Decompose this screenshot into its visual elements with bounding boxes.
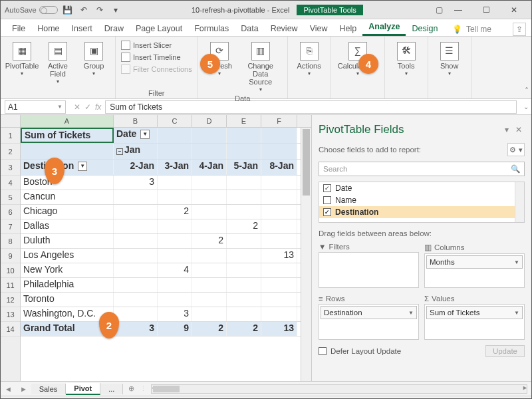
active-field-button[interactable]: ▤Active Field▾ [42,39,74,85]
row-header[interactable]: 11 [1,278,20,293]
fx-icon[interactable]: fx [95,102,101,112]
insert-slicer-button[interactable]: Insert Slicer [121,39,172,51]
filters-area[interactable]: ▼Filters [319,241,419,288]
fields-gear-icon[interactable]: ⚙ ▾ [507,143,525,156]
values-area[interactable]: ΣValues Sum of Tickets▼ [424,293,525,340]
row-header[interactable]: 5 [1,190,20,205]
show-button[interactable]: ☰Show▾ [434,39,466,77]
cancel-icon[interactable]: ✕ [74,102,80,112]
tab-home[interactable]: Home [31,21,65,36]
col-header-f[interactable]: F [261,115,297,127]
sheet-nav-prev-icon[interactable]: ◄ [1,385,16,393]
tab-insert[interactable]: Insert [66,21,98,36]
tab-help[interactable]: Help [334,21,363,36]
drag-areas-label: Drag fields between areas below: [319,223,525,241]
tools-button[interactable]: 🛠Tools▾ [390,39,422,77]
values-chip[interactable]: Sum of Tickets▼ [426,306,523,319]
status-bar: Ready − + 100% [1,396,531,399]
save-icon[interactable]: 💾 [62,4,74,16]
autosave-label: AutoSave [5,6,37,14]
row-header[interactable]: 12 [1,293,20,307]
rows-area[interactable]: ≡Rows Destination▼ [319,293,419,340]
field-list-scrollbar[interactable] [515,182,524,222]
change-data-source-button[interactable]: ▥Change Data Source▾ [239,39,282,93]
toggle-off-icon[interactable] [39,6,58,14]
qat-dropdown-icon[interactable]: ▾ [110,4,122,16]
undo-icon[interactable]: ↶ [78,4,90,16]
columns-chip[interactable]: Months▼ [426,255,523,269]
row-header[interactable]: 6 [1,205,20,219]
field-checkbox[interactable]: ✓ [323,208,331,216]
field-checkbox[interactable] [323,196,331,204]
col-header-c[interactable]: C [158,115,192,127]
pivottable-button[interactable]: ▦PivotTable▾ [6,39,38,77]
insert-timeline-button[interactable]: Insert Timeline [121,51,181,63]
new-sheet-icon[interactable]: ⊕ [123,384,140,393]
minimize-button[interactable]: ― [445,2,471,18]
row-header[interactable]: 13 [1,307,20,322]
enter-icon[interactable]: ✓ [84,102,91,112]
name-box[interactable]: A1▼ [5,100,66,114]
field-item[interactable]: Name [319,194,524,206]
collapse-ribbon-icon[interactable]: ˄ [525,86,529,96]
tab-formulas[interactable]: Formulas [188,21,235,36]
autosave-toggle[interactable]: AutoSave [5,6,58,14]
row-header[interactable]: 9 [1,249,20,263]
row-header[interactable]: 14 [1,322,20,336]
maximize-button[interactable]: ☐ [473,2,499,18]
sheet-tab-more[interactable]: ... [100,384,123,394]
tab-draw[interactable]: Draw [98,21,130,36]
select-all-corner[interactable] [1,115,21,127]
row-header[interactable]: 4 [1,176,20,190]
fields-dropdown-icon[interactable]: ▾ [501,125,513,134]
pivottable-icon: ▦ [13,42,31,61]
col-header-a[interactable]: A [21,115,114,127]
ribbon-tabs: File Home Insert Draw Page Layout Formul… [1,19,531,37]
fields-search-input[interactable]: Search🔍 [319,162,525,176]
close-button[interactable]: ✕ [501,2,527,18]
tell-me[interactable]: Tell me [466,25,491,34]
rows-chip[interactable]: Destination▼ [321,306,417,319]
actions-icon: ⎘ [300,42,319,61]
col-header-d[interactable]: D [192,115,227,127]
sheet-tab-sales[interactable]: Sales [31,384,66,394]
row-header[interactable]: 2 [1,144,20,160]
formula-expand-icon[interactable]: ⌄ [521,103,531,110]
tell-me-icon[interactable]: 💡 [452,25,462,34]
tab-review[interactable]: Review [265,21,304,36]
group-button[interactable]: ▣Group▾ [78,39,110,77]
tab-analyze[interactable]: Analyze [362,19,406,36]
defer-checkbox[interactable] [319,347,327,355]
row-header[interactable]: 7 [1,219,20,234]
rows-icon: ≡ [319,295,323,303]
field-checkbox[interactable]: ✓ [323,184,331,192]
tab-page-layout[interactable]: Page Layout [130,21,188,36]
timeline-icon [121,53,130,62]
actions-button[interactable]: ⎘Actions▾ [293,39,325,77]
row-header[interactable]: 10 [1,263,20,278]
sheet-tab-pivot[interactable]: Pivot [66,383,100,395]
share-icon[interactable]: ⇪ [513,23,526,36]
col-header-b[interactable]: B [114,115,158,127]
field-list[interactable]: ✓DateName✓Destination [319,182,525,223]
group-icon: ▣ [84,42,103,61]
field-item[interactable]: ✓Destination [319,206,524,218]
sheet-nav-next-icon[interactable]: ► [16,385,31,393]
worksheet[interactable]: A B C D E F 1234567891011121314 Sum of T… [1,115,312,381]
columns-area[interactable]: ▥Columns Months▼ [424,241,525,288]
field-item[interactable]: ✓Date [319,182,524,194]
row-header[interactable]: 1 [1,128,20,144]
tab-view[interactable]: View [304,21,334,36]
vertical-scrollbar[interactable] [301,128,311,381]
tab-file[interactable]: File [6,21,31,36]
fields-close-icon[interactable]: ✕ [513,125,525,134]
col-header-e[interactable]: E [227,115,261,127]
horizontal-scrollbar[interactable]: ◄ ► [151,384,527,394]
row-header[interactable]: 3 [1,160,20,176]
formula-input[interactable]: Sum of Tickets [105,100,517,114]
row-header[interactable]: 8 [1,234,20,249]
tab-data[interactable]: Data [235,21,264,36]
tab-design[interactable]: Design [406,21,444,36]
ribbon-display-icon[interactable]: ▢ [433,4,445,16]
redo-icon[interactable]: ↷ [94,4,106,16]
